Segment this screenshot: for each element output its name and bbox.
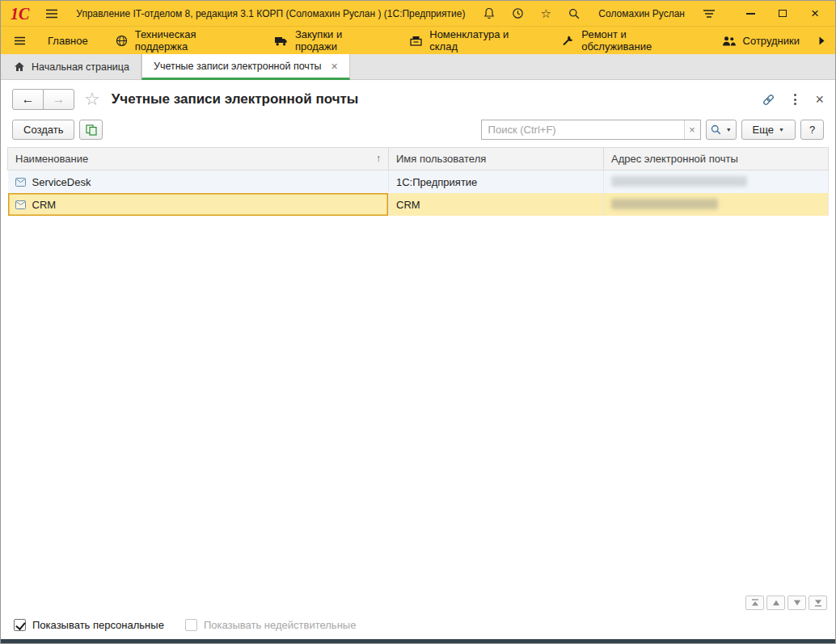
printer-icon bbox=[410, 36, 422, 46]
tab-email-accounts[interactable]: Учетные записи электронной почты × bbox=[141, 54, 350, 80]
column-header-name[interactable]: ↑ Наименование bbox=[8, 148, 389, 170]
list-footer: Показывать персональные Показывать недей… bbox=[1, 610, 835, 639]
sections-menu-icon[interactable] bbox=[6, 27, 34, 54]
list-toolbar: Создать × ▼ Еще ▼ ? bbox=[1, 116, 835, 147]
favorites-star-icon[interactable]: ☆ bbox=[538, 6, 553, 21]
copy-icon bbox=[86, 124, 97, 136]
scroll-down-button[interactable] bbox=[787, 596, 806, 610]
show-invalid-label: Показывать недействительные bbox=[204, 619, 357, 631]
section-tech-support-label: Техническая поддержка bbox=[135, 28, 247, 53]
page-title: Учетные записи электронной почты bbox=[112, 91, 359, 107]
history-icon[interactable] bbox=[510, 6, 525, 21]
title-bar: 1С Управление IT-отделом 8, редакция 3.1… bbox=[1, 1, 835, 26]
open-windows-tabbar: Начальная страница Учетные записи электр… bbox=[1, 54, 835, 80]
back-button[interactable]: ← bbox=[12, 89, 44, 110]
show-personal-checkbox[interactable]: Показывать персональные bbox=[14, 619, 164, 631]
show-personal-label: Показывать персональные bbox=[32, 619, 164, 631]
email-accounts-table: ↑ Наименование Имя пользователя Адрес эл… bbox=[7, 147, 829, 216]
more-options-icon[interactable] bbox=[792, 92, 798, 107]
window-title: Управление IT-отделом 8, редакция 3.1 КО… bbox=[76, 8, 465, 19]
sections-panel: Главное Техническая поддержка Закупки и … bbox=[1, 26, 835, 54]
main-menu-icon[interactable] bbox=[45, 9, 58, 19]
section-employees[interactable]: Сотрудники bbox=[708, 27, 813, 54]
globe-icon bbox=[116, 35, 128, 47]
create-button[interactable]: Создать bbox=[12, 120, 74, 140]
search-input[interactable] bbox=[482, 120, 684, 139]
account-user: 1С:Предприятие bbox=[389, 170, 604, 194]
email-account-icon bbox=[15, 200, 26, 209]
section-nomenclature-warehouse[interactable]: Номенклатура и склад bbox=[396, 27, 548, 54]
global-search-icon[interactable] bbox=[567, 6, 581, 21]
tab-home[interactable]: Начальная страница bbox=[1, 54, 141, 79]
wrench-icon bbox=[562, 35, 574, 46]
tab-close-icon[interactable]: × bbox=[331, 61, 338, 72]
get-link-icon[interactable] bbox=[762, 93, 775, 107]
table-row-crm[interactable]: CRM CRM bbox=[8, 193, 829, 216]
notifications-bell-icon[interactable] bbox=[482, 6, 496, 21]
scroll-to-bottom-button[interactable] bbox=[809, 596, 827, 610]
window-bottom-edge bbox=[1, 639, 835, 643]
maximize-button[interactable] bbox=[772, 5, 793, 23]
section-employees-label: Сотрудники bbox=[743, 35, 800, 47]
add-to-favorites-star-icon[interactable]: ☆ bbox=[84, 90, 100, 108]
1c-logo: 1С bbox=[11, 6, 29, 22]
email-account-icon bbox=[15, 178, 26, 187]
account-name: ServiceDesk bbox=[32, 176, 91, 188]
sort-asc-icon: ↑ bbox=[376, 153, 381, 164]
more-button-label: Еще bbox=[753, 124, 774, 136]
minimize-icon bbox=[746, 13, 755, 15]
close-window-button[interactable]: × bbox=[804, 5, 825, 23]
section-purchases-sales-label: Закупки и продажи bbox=[295, 28, 382, 53]
section-nomenclature-warehouse-label: Номенклатура и склад bbox=[429, 28, 534, 53]
home-icon bbox=[14, 61, 25, 72]
copy-item-button[interactable] bbox=[79, 120, 103, 140]
tab-home-label: Начальная страница bbox=[32, 61, 129, 73]
tab-email-accounts-label: Учетные записи электронной почты bbox=[154, 61, 322, 72]
sections-scroll-right-icon[interactable] bbox=[813, 27, 830, 54]
scroll-up-button[interactable] bbox=[766, 596, 785, 610]
chevron-down-icon: ▼ bbox=[726, 127, 732, 133]
section-tech-support[interactable]: Техническая поддержка bbox=[102, 27, 260, 54]
table-header-row: ↑ Наименование Имя пользователя Адрес эл… bbox=[8, 148, 829, 170]
search-icon bbox=[711, 124, 721, 135]
list-scroll-buttons bbox=[1, 596, 835, 610]
search-clear-button[interactable]: × bbox=[684, 120, 700, 139]
form-email-accounts: ← → ☆ Учетные записи электронной почты ×… bbox=[1, 80, 835, 639]
section-repair-service[interactable]: Ремонт и обслуживание bbox=[548, 27, 707, 54]
redacted-email bbox=[611, 199, 718, 209]
section-main[interactable]: Главное bbox=[34, 27, 102, 54]
show-invalid-checkbox: Показывать недействительные bbox=[185, 619, 357, 631]
section-repair-service-label: Ремонт и обслуживание bbox=[581, 28, 694, 53]
more-button[interactable]: Еще ▼ bbox=[741, 120, 796, 140]
account-user: CRM bbox=[389, 193, 604, 216]
search-settings-button[interactable]: ▼ bbox=[706, 120, 737, 140]
close-icon: × bbox=[811, 6, 819, 20]
scroll-to-top-button[interactable] bbox=[745, 596, 764, 610]
table-row-servicedesk[interactable]: ServiceDesk 1С:Предприятие bbox=[8, 170, 829, 194]
redacted-email bbox=[611, 176, 747, 187]
account-name: CRM bbox=[32, 199, 57, 211]
forward-button[interactable]: → bbox=[43, 89, 74, 110]
section-main-label: Главное bbox=[48, 35, 88, 47]
maximize-icon bbox=[779, 10, 787, 17]
minimize-button[interactable] bbox=[740, 5, 761, 23]
chevron-down-icon: ▼ bbox=[779, 127, 784, 133]
people-icon bbox=[722, 36, 736, 46]
truck-icon bbox=[274, 36, 288, 46]
close-form-icon[interactable]: × bbox=[815, 92, 824, 107]
section-purchases-sales[interactable]: Закупки и продажи bbox=[260, 27, 396, 54]
checkbox-icon bbox=[14, 619, 26, 631]
help-button[interactable]: ? bbox=[800, 120, 824, 140]
column-header-email[interactable]: Адрес электронной почты bbox=[604, 148, 829, 170]
search-box: × bbox=[481, 120, 701, 140]
column-header-user[interactable]: Имя пользователя bbox=[389, 148, 604, 170]
current-user-name[interactable]: Соломахин Руслан bbox=[598, 8, 685, 19]
checkbox-icon bbox=[185, 619, 197, 631]
app-window: 1С Управление IT-отделом 8, редакция 3.1… bbox=[0, 0, 836, 644]
service-menu-icon[interactable] bbox=[702, 6, 716, 21]
page-header: ← → ☆ Учетные записи электронной почты × bbox=[1, 80, 835, 116]
